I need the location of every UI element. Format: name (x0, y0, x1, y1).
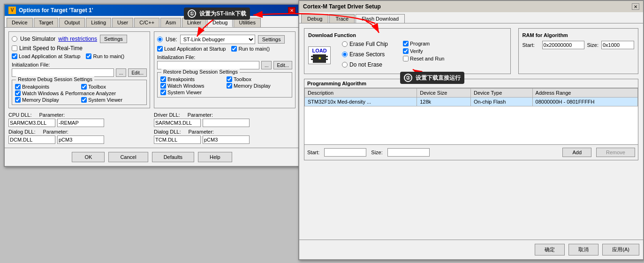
limit-speed-row: Limit Speed to Real-Time (12, 45, 147, 52)
ram-section: RAM for Algorithm Start: Size: (518, 28, 638, 74)
breakpoints-checkbox-right[interactable] (160, 76, 166, 82)
help-button[interactable]: Help (198, 152, 232, 162)
edit-btn-left[interactable]: Edit... (128, 68, 147, 77)
dll-section: CPU DLL: Parameter: Driver DLL: Paramete… (8, 112, 295, 144)
ok-button[interactable]: OK (72, 152, 105, 162)
right-dialog-titlebar: Cortex-M Target Driver Setup ✕ (299, 1, 643, 12)
driver-dll-input[interactable] (154, 119, 201, 127)
debugger-col: Use: ST-Link Debugger Settings Load Appl… (154, 31, 295, 108)
tab-device[interactable]: Device (7, 18, 33, 27)
cancel-button[interactable]: Cancel (108, 152, 148, 162)
erase-sectors-radio[interactable] (342, 52, 348, 57)
driver-dialog-param-input[interactable] (203, 135, 250, 144)
defaults-button[interactable]: Defaults (152, 152, 194, 162)
init-file-input-left[interactable] (12, 68, 114, 77)
algo-size-input[interactable] (387, 148, 430, 157)
right-dialog: Cortex-M Target Driver Setup ✕ Debug Tra… (298, 0, 644, 260)
right-tab-trace[interactable]: Trace (329, 14, 355, 23)
erase-full-chip-radio[interactable] (342, 41, 348, 47)
left-dialog-titlebar: V Options for Target 'Target 1' ✕ (5, 5, 299, 16)
load-app-checkbox-right[interactable] (157, 46, 163, 52)
breakpoints-checkbox-left[interactable] (15, 84, 21, 90)
algo-table: Description Device Size Device Type Addr… (304, 88, 638, 106)
restore-group-right: Restore Debug Session Settings Breakpoin… (157, 72, 292, 98)
tab-output[interactable]: Output (59, 18, 85, 27)
apply-button[interactable]: 应用(A) (602, 244, 639, 255)
init-file-input-right[interactable] (157, 61, 259, 69)
simulator-settings-btn[interactable]: Settings (100, 35, 127, 43)
cancel-right-button[interactable]: 取消 (568, 244, 599, 255)
memory-display-checkbox-left[interactable] (15, 97, 21, 103)
breakpoints-right: Breakpoints (160, 76, 223, 82)
toolbox-checkbox-right[interactable] (227, 76, 232, 82)
verify-checkbox[interactable] (403, 48, 409, 54)
dialog-param-input[interactable] (57, 135, 104, 144)
browse-btn-right[interactable]: ... (261, 61, 272, 69)
algo-start-input[interactable] (324, 148, 366, 157)
col-device-type: Device Type (470, 89, 532, 98)
run-to-main-checkbox-left[interactable] (86, 53, 91, 59)
cell-device-type: On-chip Flash (470, 98, 532, 106)
program-checkbox-row: Program (403, 41, 444, 46)
driver-dialog-dll-input[interactable] (154, 135, 201, 144)
cpu-param-input[interactable] (57, 119, 104, 127)
add-button[interactable]: Add (562, 148, 591, 157)
ram-start-input[interactable] (542, 41, 584, 49)
driver-dialog-dll-row: Dialog DLL: Parameter: (154, 129, 295, 144)
restrictions-link[interactable]: with restrictions (58, 36, 97, 42)
load-app-row-right: Load Application at Startup (157, 46, 226, 52)
dialog-dll-input[interactable] (8, 135, 55, 144)
reset-run-checkbox[interactable] (403, 56, 409, 61)
tab-user[interactable]: User (112, 18, 133, 27)
remove-button[interactable]: Remove (596, 148, 635, 157)
table-row[interactable]: STM32F10x Med-density ... 128k On-chip F… (305, 98, 638, 106)
cell-address-range: 08000000H - 0801FFFFH (532, 98, 637, 106)
memory-display-checkbox-right[interactable] (227, 83, 232, 89)
left-dialog-footer: OK Cancel Defaults Help (5, 148, 299, 166)
init-file-section-left: Initialization File: ... Edit... (12, 62, 147, 77)
ram-size-input[interactable] (601, 41, 634, 49)
col-description: Description (305, 89, 417, 98)
browse-btn-left[interactable]: ... (116, 68, 126, 77)
left-dialog-content: Use Simulator with restrictions Settings… (5, 28, 299, 148)
debugger-radio[interactable] (157, 37, 163, 42)
watch-windows-checkbox-right[interactable] (160, 83, 166, 89)
use-row: Use: ST-Link Debugger Settings (157, 35, 292, 44)
confirm-button[interactable]: 确定 (535, 244, 565, 255)
algo-bottom: Start: Size: Add Remove (304, 144, 638, 160)
tab-listing[interactable]: Listing (86, 18, 111, 27)
run-to-main-checkbox-right[interactable] (231, 46, 237, 52)
system-viewer-checkbox-right[interactable] (160, 90, 166, 95)
debug-columns: Use Simulator with restrictions Settings… (8, 31, 295, 108)
tab-asm[interactable]: Asm (160, 18, 181, 27)
run-to-main-row-left: Run to main() (86, 53, 124, 59)
debugger-settings-btn[interactable]: Settings (258, 35, 285, 44)
tab-target[interactable]: Target (34, 18, 59, 27)
system-viewer-left: System Viewer (81, 97, 144, 103)
breakpoints-left: Breakpoints (15, 84, 77, 90)
erase-sectors-row: Erase Sectors (342, 51, 388, 58)
algo-table-container: Description Device Size Device Type Addr… (304, 88, 638, 144)
memory-display-right: Memory Display (227, 83, 289, 89)
right-tab-debug[interactable]: Debug (301, 14, 328, 23)
cpu-dll-input[interactable] (8, 119, 55, 127)
watch-windows-checkbox-left[interactable] (15, 90, 21, 96)
debugger-select[interactable]: ST-Link Debugger (180, 35, 255, 44)
edit-btn-right[interactable]: Edit... (273, 61, 292, 69)
limit-speed-checkbox[interactable] (12, 45, 17, 51)
load-app-checkbox-left[interactable] (12, 53, 17, 59)
program-checkbox[interactable] (403, 41, 409, 46)
load-app-row-left: Load Application at Startup (12, 53, 80, 59)
right-close-button[interactable]: ✕ (632, 3, 639, 10)
right-tab-flash-download[interactable]: Flash Download (356, 14, 405, 23)
do-not-erase-radio[interactable] (342, 62, 348, 68)
system-viewer-checkbox-left[interactable] (81, 97, 87, 103)
tab-cpp[interactable]: C/C++ (134, 18, 159, 27)
load-icon: LOAD ★ (308, 46, 331, 64)
watch-windows-right: Watch Windows (160, 83, 223, 89)
left-close-button[interactable]: ✕ (288, 7, 295, 14)
driver-param-input[interactable] (203, 119, 250, 127)
simulator-radio[interactable] (12, 36, 17, 42)
left-tab-bar: Device Target Output Listing User C/C++ … (5, 16, 299, 28)
toolbox-checkbox-left[interactable] (81, 84, 87, 90)
